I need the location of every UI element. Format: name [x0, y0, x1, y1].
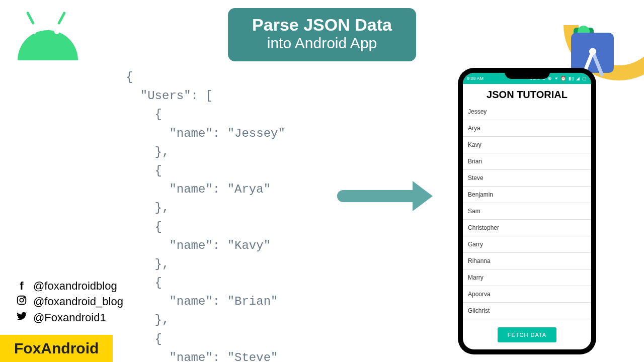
instagram-handle: @foxandroid_blog	[33, 295, 123, 308]
facebook-handle: @foxandroidblog	[33, 280, 117, 293]
twitter-icon	[15, 311, 28, 325]
facebook-icon: f	[15, 280, 28, 293]
phone-mockup: 9:09 AM 46/s ⚙ ⊕ ✶ ⏰ ▮▯ ◢ ▢ JSON TUTORIA…	[458, 68, 596, 354]
android-head-icon	[15, 15, 80, 60]
list-item: Brian	[463, 153, 591, 170]
banner-subtitle: into Android App	[252, 35, 392, 52]
arrow-icon	[337, 181, 433, 211]
list-item: Garry	[463, 236, 591, 253]
phone-notch	[505, 71, 550, 79]
list-item: Sam	[463, 203, 591, 220]
json-code-sample: { "Users": [ { "name": "Jessey" }, { "na…	[126, 68, 285, 362]
list-item: Arya	[463, 120, 591, 137]
fetch-data-button[interactable]: FETCH DATA	[498, 327, 556, 342]
svg-point-1	[20, 298, 23, 302]
social-handles: f @foxandroidblog @foxandroid_blog @Foxa…	[15, 278, 123, 327]
list-item: Marry	[463, 269, 591, 286]
list-item: Rihanna	[463, 253, 591, 269]
svg-point-2	[24, 297, 25, 298]
list-item: Steve	[463, 170, 591, 187]
list-item: Gilchrist	[463, 303, 591, 319]
twitter-handle: @Foxandroid1	[33, 311, 106, 324]
list-item: Jessey	[463, 104, 591, 120]
user-list: Jessey Arya Kavy Brian Steve Benjamin Sa…	[463, 104, 591, 324]
list-item: Kavy	[463, 137, 591, 153]
list-item: Christopher	[463, 220, 591, 236]
title-banner: Parse JSON Data into Android App	[228, 8, 416, 61]
list-item: Benjamin	[463, 187, 591, 203]
banner-title: Parse JSON Data	[252, 15, 392, 35]
app-title: JSON TUTORIAL	[463, 84, 591, 104]
instagram-icon	[15, 295, 28, 309]
brand-tag: FoxAndroid	[0, 335, 113, 362]
list-item: Apoorva	[463, 286, 591, 303]
status-time: 9:09 AM	[467, 76, 484, 81]
